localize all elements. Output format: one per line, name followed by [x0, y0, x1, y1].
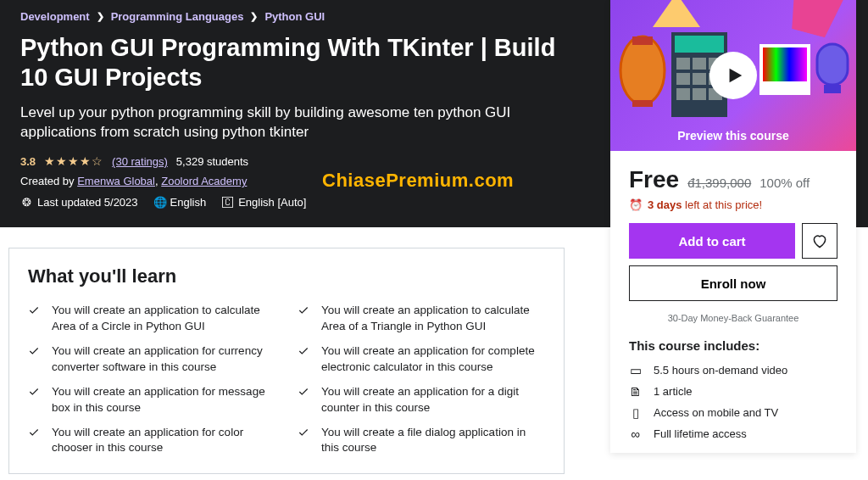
svg-rect-17 [824, 85, 841, 93]
play-icon [709, 52, 757, 99]
author-link[interactable]: Zoolord Academy [161, 175, 247, 187]
include-item: 1 article [654, 385, 693, 398]
alarm-icon: ⏰ [629, 198, 643, 211]
learn-item-text: You will create an application for compl… [321, 343, 545, 376]
svg-rect-15 [763, 47, 807, 81]
includes-heading: This course includes: [629, 338, 837, 353]
svg-rect-6 [693, 58, 706, 70]
svg-rect-16 [817, 44, 848, 85]
infinity-icon: ∞ [629, 427, 642, 440]
captions: English [Auto] [238, 196, 306, 209]
includes-list: ▭5.5 hours on-demand video 🗎1 article ▯A… [629, 360, 837, 444]
breadcrumb-link[interactable]: Programming Languages [111, 10, 244, 23]
include-item: Access on mobile and TV [654, 406, 778, 419]
include-item: Full lifetime access [654, 427, 747, 440]
svg-rect-4 [675, 36, 724, 53]
enroll-button[interactable]: Enroll now [629, 265, 837, 301]
check-icon [28, 427, 40, 438]
rating-value: 3.8 [20, 155, 36, 168]
svg-marker-18 [784, 0, 844, 40]
check-icon [298, 304, 309, 316]
breadcrumb-link[interactable]: Python GUI [264, 10, 325, 23]
svg-marker-19 [653, 0, 700, 27]
purchase-card: Preview this course Free đ1,399,000 100%… [610, 0, 856, 453]
mobile-icon: ▯ [629, 406, 642, 419]
captions-icon: 🄲 [221, 197, 233, 209]
check-icon [298, 345, 309, 357]
include-item: 5.5 hours on-demand video [654, 364, 787, 377]
preview-label: Preview this course [610, 129, 856, 142]
svg-rect-11 [676, 88, 690, 100]
learn-item-text: You will create an application for a dig… [321, 384, 545, 416]
shape-icon [653, 0, 700, 27]
price-row: Free đ1,399,000 100% off [629, 166, 837, 193]
guarantee-text: 30-Day Money-Back Guarantee [629, 313, 837, 323]
chevron-right-icon: ❯ [97, 11, 104, 22]
svg-point-0 [620, 36, 665, 104]
author-link[interactable]: Emenwa Global [77, 175, 155, 187]
check-icon [28, 345, 40, 357]
learn-item-text: You will create an application to calcul… [321, 303, 545, 335]
heart-icon [811, 232, 828, 249]
add-to-cart-button[interactable]: Add to cart [629, 223, 795, 259]
breadcrumb-link[interactable]: Development [20, 10, 90, 23]
video-icon: ▭ [629, 364, 642, 377]
learn-section: What you'll learn You will create an app… [8, 248, 565, 474]
ratings-link[interactable]: (30 ratings) [112, 155, 168, 168]
file-icon: 🗎 [629, 385, 642, 398]
check-icon [28, 304, 40, 316]
mirror-icon [812, 37, 853, 97]
language: English [170, 196, 207, 209]
badge-icon: ❂ [20, 197, 32, 209]
watermark-text: ChiasePremium.com [322, 170, 514, 192]
shape-icon [784, 0, 844, 40]
course-subtitle: Level up your python programming skill b… [20, 103, 563, 143]
preview-video[interactable]: Preview this course [610, 0, 856, 151]
price-discount: 100% off [760, 176, 810, 190]
price-original: đ1,399,000 [687, 176, 751, 190]
check-icon [298, 386, 309, 398]
svg-rect-2 [632, 100, 653, 107]
last-updated: Last updated 5/2023 [37, 196, 138, 209]
svg-rect-1 [632, 36, 653, 45]
svg-rect-5 [676, 58, 690, 70]
globe-icon: 🌐 [153, 197, 165, 209]
color-picker-icon [760, 44, 810, 95]
star-icon: ★★★★☆ [44, 154, 103, 168]
wishlist-button[interactable] [802, 223, 837, 259]
price-current: Free [629, 166, 679, 193]
svg-rect-12 [693, 88, 706, 100]
svg-rect-9 [693, 73, 706, 85]
students-count: 5,329 students [176, 155, 248, 168]
learn-item-text: You will create a file dialog applicatio… [321, 425, 545, 457]
chevron-right-icon: ❯ [250, 11, 258, 22]
check-icon [28, 386, 40, 398]
lantern-icon [617, 32, 668, 109]
course-title: Python GUI Programming With TKinter | Bu… [20, 33, 563, 92]
learn-item-text: You will create an application for messa… [52, 384, 275, 416]
svg-rect-8 [676, 73, 690, 85]
learn-item-text: You will create an application for color… [52, 425, 275, 457]
learn-item-text: You will create an application to calcul… [52, 303, 275, 335]
learn-item-text: You will create an application for curre… [52, 343, 275, 376]
check-icon [298, 427, 309, 438]
urgency-message: ⏰ 3 days left at this price! [629, 198, 837, 211]
learn-heading: What you'll learn [28, 265, 545, 287]
